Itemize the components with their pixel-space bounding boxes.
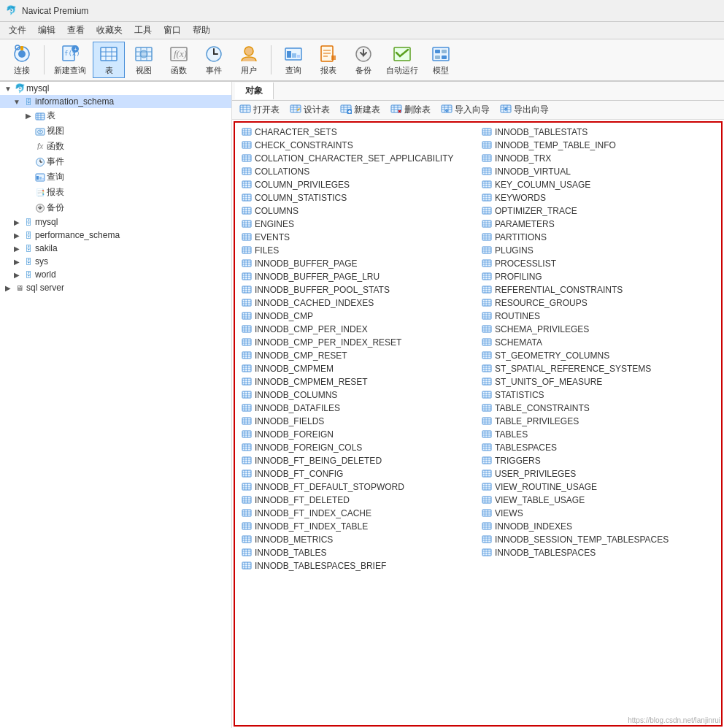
table-row[interactable]: INNODB_METRICS [238,533,478,546]
table-row[interactable]: INNODB_CACHED_INDEXES [238,296,478,310]
table-row[interactable]: COLLATIONS [238,165,478,178]
table-row[interactable]: INNODB_VIRTUAL [478,165,718,178]
table-row[interactable]: INNODB_FT_INDEX_TABLE [238,520,478,533]
sidebar-item-tables[interactable]: ▶ 表 [0,108,231,123]
table-row[interactable]: INNODB_FOREIGN_COLS [238,441,478,454]
table-row[interactable]: INNODB_FT_CONFIG [238,467,478,480]
sidebar-item-events[interactable]: ▶ 事件 [0,154,231,169]
menu-view[interactable]: 查看 [61,23,90,38]
toolbar-query[interactable]: 查询 [277,42,309,78]
table-row[interactable]: COLUMN_PRIVILEGES [238,178,478,191]
table-row[interactable]: INNODB_CMP_PER_INDEX [238,323,478,336]
table-row[interactable]: STATISTICS [478,388,718,402]
table-row[interactable]: INNODB_BUFFER_PAGE [238,257,478,270]
table-row[interactable]: PARAMETERS [478,218,718,231]
menu-file[interactable]: 文件 [3,23,32,38]
table-row[interactable]: FILES [238,244,478,257]
table-row[interactable]: VIEW_ROUTINE_USAGE [478,480,718,494]
table-row[interactable]: INNODB_CMPMEM [238,362,478,375]
menu-tools[interactable]: 工具 [128,23,158,38]
table-row[interactable]: REFERENTIAL_CONSTRAINTS [478,283,718,296]
table-row[interactable]: COLUMN_STATISTICS [238,191,478,204]
sidebar-item-mysql-db[interactable]: ▶ 🗄 mysql [0,215,231,229]
sidebar-item-sakila[interactable]: ▶ 🗄 sakila [0,242,231,255]
action-import-wizard[interactable]: 导入向导 [436,102,494,118]
toolbar-report[interactable]: 报表 [312,42,344,78]
table-row[interactable]: ST_GEOMETRY_COLUMNS [478,349,718,362]
table-row[interactable]: RESOURCE_GROUPS [478,296,718,310]
sidebar-item-funcs[interactable]: ▶ fx 函数 [0,139,231,154]
table-row[interactable]: INNODB_CMP [238,310,478,323]
toolbar-connect[interactable]: 连接 [6,42,38,78]
toolbar-table[interactable]: 表 [93,42,125,78]
table-row[interactable]: INNODB_FIELDS [238,415,478,428]
action-export-wizard[interactable]: 导出向导 [496,102,553,118]
toolbar-view[interactable]: 视图 [128,42,160,78]
table-row[interactable]: INNODB_CMP_PER_INDEX_RESET [238,336,478,349]
sidebar-item-performance-schema[interactable]: ▶ 🗄 performance_schema [0,229,231,242]
menu-window[interactable]: 窗口 [158,23,187,38]
table-row[interactable]: CHARACTER_SETS [238,126,478,139]
sidebar-item-reports[interactable]: ▶ 📑 报表 [0,185,231,200]
table-row[interactable]: INNODB_CMP_RESET [238,349,478,362]
table-row[interactable]: INNODB_FT_DEFAULT_STOPWORD [238,480,478,494]
table-row[interactable]: COLLATION_CHARACTER_SET_APPLICABILITY [238,152,478,165]
table-row[interactable]: INNODB_FT_BEING_DELETED [238,454,478,467]
table-row[interactable]: ST_UNITS_OF_MEASURE [478,375,718,388]
toolbar-autorun[interactable]: 自动运行 [382,42,422,78]
table-row[interactable]: PLUGINS [478,244,718,257]
table-row[interactable]: INNODB_CMPMEM_RESET [238,375,478,388]
table-row[interactable]: INNODB_TABLES [238,546,478,559]
table-row[interactable]: INNODB_TABLESPACES_BRIEF [238,559,478,572]
action-design-table[interactable]: 设计表 [285,102,334,118]
table-row[interactable]: PROFILING [478,270,718,283]
tables-container[interactable]: CHARACTER_SETS INNODB_TABLESTATS CHECK_C… [234,121,723,727]
table-row[interactable]: VIEW_TABLE_USAGE [478,494,718,507]
menu-edit[interactable]: 编辑 [32,23,61,38]
sidebar-item-information-schema[interactable]: ▼ 🗄 information_schema [0,95,231,108]
table-row[interactable]: INNODB_BUFFER_POOL_STATS [238,283,478,296]
menu-favorites[interactable]: 收藏夹 [90,23,128,38]
table-row[interactable]: USER_PRIVILEGES [478,467,718,480]
table-row[interactable]: TABLE_CONSTRAINTS [478,402,718,415]
table-row[interactable]: INNODB_DATAFILES [238,402,478,415]
action-new-table[interactable]: 新建表 [336,102,385,118]
table-row[interactable]: INNODB_SESSION_TEMP_TABLESPACES [478,533,718,546]
toolbar-newquery[interactable]: f(x)+ 新建查询 [50,42,90,78]
table-row[interactable]: KEY_COLUMN_USAGE [478,178,718,191]
action-open-table[interactable]: 打开表 [235,102,284,118]
table-row[interactable]: CHECK_CONSTRAINTS [238,139,478,152]
table-row[interactable]: KEYWORDS [478,191,718,204]
toolbar-backup[interactable]: 备份 [347,42,380,78]
table-row[interactable]: OPTIMIZER_TRACE [478,204,718,218]
table-row[interactable]: TABLESPACES [478,441,718,454]
sidebar-item-sys[interactable]: ▶ 🗄 sys [0,255,231,268]
table-row[interactable]: SCHEMATA [478,336,718,349]
table-row[interactable]: ROUTINES [478,310,718,323]
table-row[interactable]: SCHEMA_PRIVILEGES [478,323,718,336]
sidebar-item-sql-server[interactable]: ▶ 🖥 sql server [0,281,231,294]
toolbar-model[interactable]: 模型 [425,42,457,78]
table-row[interactable]: INNODB_FT_DELETED [238,494,478,507]
sidebar-item-mysql-root[interactable]: ▼ 🐬 mysql [0,82,231,95]
tab-objects[interactable]: 对象 [235,83,274,99]
table-row[interactable]: TRIGGERS [478,454,718,467]
table-row[interactable]: INNODB_TABLESPACES [478,546,718,559]
table-row[interactable]: COLUMNS [238,204,478,218]
table-row[interactable]: INNODB_BUFFER_PAGE_LRU [238,270,478,283]
sidebar-item-world[interactable]: ▶ 🗄 world [0,268,231,281]
table-row[interactable]: ST_SPATIAL_REFERENCE_SYSTEMS [478,362,718,375]
table-row[interactable]: EVENTS [238,231,478,244]
table-row[interactable]: PROCESSLIST [478,257,718,270]
table-row[interactable]: TABLE_PRIVILEGES [478,415,718,428]
table-row[interactable]: INNODB_TABLESTATS [478,126,718,139]
table-row[interactable]: TABLES [478,428,718,441]
table-row[interactable]: INNODB_FOREIGN [238,428,478,441]
sidebar-item-views[interactable]: ▶ 视图 [0,123,231,139]
action-delete-table[interactable]: 删除表 [386,102,435,118]
table-row[interactable]: INNODB_INDEXES [478,520,718,533]
table-row[interactable]: ENGINES [238,218,478,231]
toolbar-user[interactable]: 用户 [233,42,265,78]
sidebar-item-backups[interactable]: ▶ 备份 [0,200,231,215]
table-row[interactable]: INNODB_FT_INDEX_CACHE [238,507,478,520]
